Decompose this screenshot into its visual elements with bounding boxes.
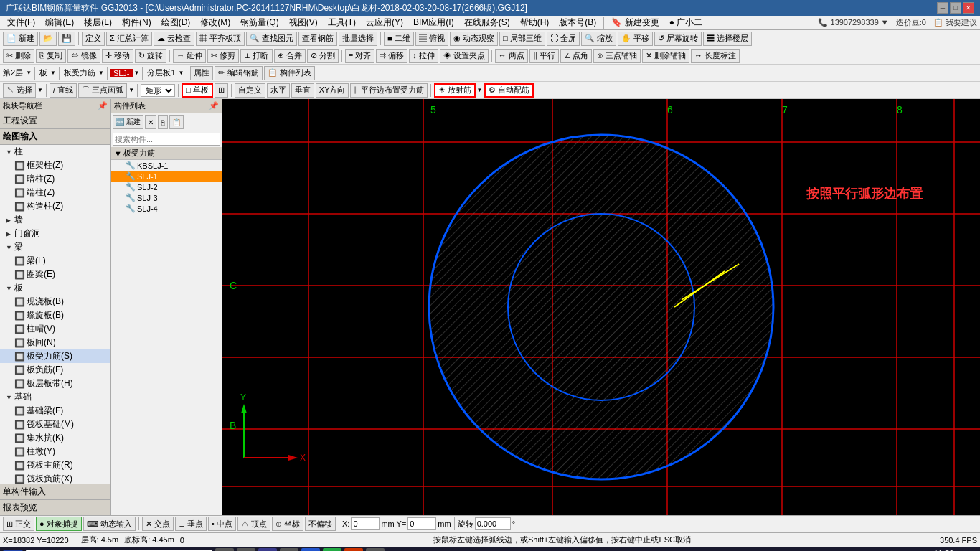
obj-snap-btn[interactable]: ● 对象捕捉 — [36, 517, 82, 531]
view-steel-btn[interactable]: 查看钢筋 — [298, 32, 337, 46]
batch-select-btn[interactable]: 批量选择 — [339, 32, 377, 46]
menu-edit[interactable]: 编辑(E) — [41, 15, 78, 30]
shape-combo[interactable]: 矩形 — [141, 84, 175, 97]
select-floor-btn[interactable]: ☰ 选择楼层 — [703, 32, 752, 46]
single-board-btn[interactable]: □ 单板 — [182, 83, 213, 98]
tree-ring-beam[interactable]: 🔲圈梁(E) — [0, 268, 110, 281]
comp-item-slj3[interactable]: 🔧SLJ-3 — [111, 192, 222, 203]
taskbar-browser[interactable]: 🌐 — [258, 548, 277, 551]
tree-frame-beam[interactable]: 🔲梁(L) — [0, 254, 110, 268]
copy-btn[interactable]: ⎘ 复制 — [36, 49, 66, 63]
tree-end-col[interactable]: 🔲端柱(Z) — [0, 186, 110, 199]
menu-modify[interactable]: 修改(M) — [196, 15, 235, 30]
intersect-snap[interactable]: ✕ 交点 — [142, 517, 174, 531]
save-btn[interactable]: 💾 — [58, 32, 75, 46]
tree-cast-slab[interactable]: 🔲现浇板(B) — [0, 295, 110, 309]
rotate-input[interactable] — [475, 517, 511, 530]
maximize-button[interactable]: □ — [950, 2, 961, 14]
tree-beam[interactable]: ▼梁 — [0, 240, 110, 254]
stretch-btn[interactable]: ↕ 拉伸 — [409, 49, 438, 63]
define-btn[interactable]: 定义 — [82, 32, 105, 46]
pin-icon2[interactable]: 📌 — [209, 101, 219, 110]
no-offset-btn[interactable]: 不偏移 — [305, 517, 336, 531]
trim-btn[interactable]: ✂ 修剪 — [207, 49, 239, 63]
comp-item-slj4[interactable]: 🔧SLJ-4 — [111, 203, 222, 214]
align-btn[interactable]: ≡ 对齐 — [345, 49, 374, 63]
comp-list-btn[interactable]: 📋 构件列表 — [264, 66, 315, 80]
comp-item-kbslj1[interactable]: 🔧KBSLJ-1 — [111, 160, 222, 171]
perp-snap[interactable]: ⊥ 垂点 — [175, 517, 207, 531]
comp-search-input[interactable] — [113, 133, 220, 146]
tree-col-cap[interactable]: 🔲柱帽(V) — [0, 322, 110, 336]
menu-floor[interactable]: 楼层(L) — [80, 15, 116, 30]
open-btn[interactable]: 📂 — [39, 32, 57, 46]
dyn-input-btn[interactable]: ⌨ 动态输入 — [83, 517, 136, 531]
three-point-btn[interactable]: ⊙ 三点辅轴 — [593, 49, 641, 63]
split-btn[interactable]: ⊘ 分割 — [307, 49, 339, 63]
tree-struct-col[interactable]: 🔲构造柱(Z) — [0, 199, 110, 213]
paste-comp-btn[interactable]: 📋 — [169, 115, 184, 129]
menu-tools[interactable]: 工具(T) — [324, 15, 360, 30]
new-btn[interactable]: 📄 新建 — [3, 32, 38, 46]
tree-slab-band[interactable]: 🔲板层板带(H) — [0, 377, 110, 390]
tree-dark-col[interactable]: 🔲暗柱(Z) — [0, 172, 110, 186]
menu-file[interactable]: 文件(F) — [3, 15, 39, 30]
move-btn[interactable]: ✛ 移动 — [102, 49, 133, 63]
auto-rebar-btn[interactable]: ⚙ 自动配筋 — [484, 83, 534, 98]
dynamic-btn[interactable]: ◉ 动态观察 — [450, 32, 498, 46]
tree-sump[interactable]: 🔲集水抗(K) — [0, 431, 110, 445]
menu-gxiao[interactable]: ● 广小二 — [665, 15, 707, 30]
copy-comp-btn[interactable]: ⎘ — [158, 115, 168, 129]
minimize-button[interactable]: ─ — [937, 2, 948, 14]
comp-item-slj2[interactable]: 🔧SLJ-2 — [111, 182, 222, 192]
vertex-snap[interactable]: △ 顶点 — [237, 517, 270, 531]
taskbar-app4[interactable]: G — [323, 548, 341, 551]
select-tool-btn[interactable]: ↖ 选择 — [3, 83, 36, 98]
grip-btn[interactable]: ◈ 设置夹点 — [440, 49, 489, 63]
zoom-btn[interactable]: 🔍 缩放 — [581, 32, 616, 46]
report-preview[interactable]: 报表预览 — [0, 499, 110, 515]
taskbar-app6[interactable]: ❓ — [366, 548, 385, 551]
canvas[interactable]: 5 6 7 8 C B Y X 按照平行弧形边布置 — [222, 99, 980, 515]
tree-raft-main[interactable]: 🔲筏板主筋(R) — [0, 458, 110, 472]
tree-wall[interactable]: ▶墙 — [0, 213, 110, 227]
delete-btn[interactable]: ✂ 删除 — [3, 49, 34, 63]
extend-btn[interactable]: ↔ 延伸 — [173, 49, 206, 63]
menu-version[interactable]: 版本号(B) — [555, 15, 600, 30]
horiz-btn[interactable]: 水平 — [267, 83, 290, 98]
top-view-btn[interactable]: ▤ 俯视 — [415, 32, 448, 46]
property-btn[interactable]: 属性 — [190, 66, 213, 80]
sum-btn[interactable]: Σ 汇总计算 — [106, 32, 152, 46]
menu-online[interactable]: 在线服务(S) — [460, 15, 514, 30]
tree-col[interactable]: ▼柱 — [0, 145, 110, 159]
menu-bim[interactable]: BIM应用(I) — [409, 15, 458, 30]
taskbar-explorer[interactable]: 📁 — [215, 548, 234, 551]
taskbar-app5[interactable]: 📋 — [344, 548, 363, 551]
mid-snap[interactable]: • 中点 — [208, 517, 236, 531]
merge-btn[interactable]: ⊕ 合并 — [274, 49, 306, 63]
local-3d-btn[interactable]: □ 局部三维 — [499, 32, 545, 46]
engineering-settings[interactable]: 工程设置 — [0, 113, 110, 129]
new-comp-btn[interactable]: 🆕 新建 — [113, 115, 143, 129]
menu-cloud[interactable]: 云应用(Y) — [362, 15, 407, 30]
vert-btn[interactable]: 垂直 — [291, 83, 314, 98]
xy-dir-btn[interactable]: XY方向 — [316, 83, 349, 98]
screen-rotate-btn[interactable]: ↺ 屏幕旋转 — [654, 32, 702, 46]
pin-icon[interactable]: 📌 — [98, 101, 108, 110]
fullscreen-btn[interactable]: ⛶ 全屏 — [547, 32, 580, 46]
cust-def-btn[interactable]: 自定义 — [235, 83, 265, 98]
coord-snap[interactable]: ⊕ 坐标 — [272, 517, 303, 531]
offset-btn[interactable]: ⇉ 偏移 — [376, 49, 407, 63]
taskbar-app2[interactable]: ↺ — [280, 548, 298, 551]
tree-foundation[interactable]: ▼基础 — [0, 390, 110, 404]
length-label-btn[interactable]: ↔ 长度标注 — [691, 49, 740, 63]
two-point-btn[interactable]: ↔ 两点 — [495, 49, 528, 63]
menu-steel-qty[interactable]: 钢筋量(Q) — [236, 15, 283, 30]
menu-new-change[interactable]: 🔖 新建变更 — [607, 15, 663, 30]
parallel-edge-btn[interactable]: ∥ 平行边布置受力筋 — [350, 83, 427, 98]
menu-draw[interactable]: 绘图(D) — [157, 15, 195, 30]
tree-slab[interactable]: ▼板 — [0, 281, 110, 295]
draw-input[interactable]: 绘图输入 — [0, 129, 110, 145]
single-comp-input[interactable]: 单构件输入 — [0, 484, 110, 499]
cloud-check-btn[interactable]: ☁ 云检查 — [154, 32, 194, 46]
